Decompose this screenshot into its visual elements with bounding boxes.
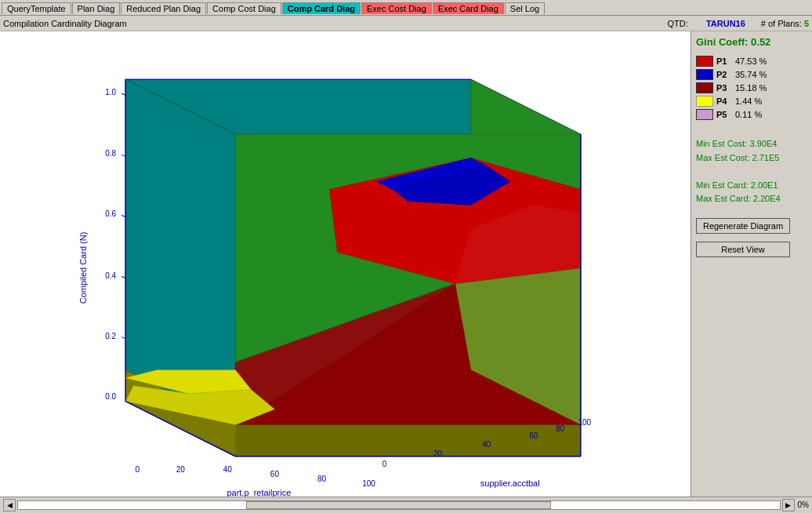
legend-row-p3: P3 15.18 % — [696, 82, 807, 93]
right-panel: Gini Coeff: 0.52 P1 47.53 % P2 35.74 % P… — [691, 31, 812, 497]
svg-text:0.0: 0.0 — [105, 392, 116, 401]
svg-text:0.4: 0.4 — [105, 271, 116, 280]
num-plans-label: # of Plans: — [761, 19, 802, 28]
bottom-bar: ◀ ▶ 0% — [0, 497, 812, 512]
tab-query-template[interactable]: QueryTemplate — [2, 2, 71, 14]
svg-text:0.8: 0.8 — [105, 149, 116, 158]
info-bar: Compilation Cardinality Diagram QTD: TAR… — [0, 16, 812, 31]
stats-section: Min Est Cost: 3.90E4 Max Est Cost: 2.71E… — [696, 137, 807, 206]
legend-table: P1 47.53 % P2 35.74 % P3 15.18 % P4 1.44… — [696, 56, 807, 120]
svg-text:60: 60 — [270, 470, 280, 478]
tab-bar: QueryTemplate Plan Diag Reduced Plan Dia… — [0, 0, 812, 16]
scroll-track[interactable] — [17, 500, 781, 510]
legend-color-p1 — [696, 56, 713, 67]
svg-text:0: 0 — [135, 465, 140, 474]
svg-text:80: 80 — [317, 475, 327, 483]
svg-text:80: 80 — [556, 424, 565, 433]
legend-color-p3 — [696, 82, 713, 93]
svg-text:Compiled Card (N): Compiled Card (N) — [78, 232, 88, 304]
svg-text:0.2: 0.2 — [105, 332, 116, 340]
svg-marker-16 — [235, 425, 580, 457]
qtd-label: QTD: — [668, 19, 688, 28]
svg-text:100: 100 — [362, 479, 375, 488]
tab-exec-card-diag[interactable]: Exec Card Diag — [433, 2, 504, 14]
diagram-title: Compilation Cardinality Diagram — [3, 19, 668, 28]
chart-area: 0.0 0.2 0.4 0.6 0.8 1.0 Compiled Card (N… — [0, 31, 691, 497]
svg-text:40: 40 — [223, 465, 233, 474]
tab-plan-diag[interactable]: Plan Diag — [72, 2, 121, 14]
legend-pct-p2: 35.74 % — [735, 70, 767, 79]
legend-color-p5 — [696, 109, 713, 120]
scroll-right-button[interactable]: ▶ — [782, 499, 795, 511]
svg-text:20: 20 — [433, 449, 443, 458]
gini-coeff: Gini Coeff: 0.52 — [696, 36, 807, 48]
regenerate-button[interactable]: Regenerate Diagram — [696, 218, 790, 234]
legend-color-p2 — [696, 69, 713, 80]
scroll-thumb[interactable] — [246, 501, 551, 509]
legend-label-p3: P3 — [716, 83, 732, 93]
scroll-pct: 0% — [798, 500, 809, 509]
legend-label-p1: P1 — [716, 56, 732, 66]
svg-text:part.p_retailprice: part.p_retailprice — [227, 488, 291, 497]
max-est-cost: Max Est Cost: 2.71E5 — [696, 151, 807, 166]
svg-text:20: 20 — [176, 465, 186, 474]
legend-color-p4 — [696, 96, 713, 107]
svg-text:0.6: 0.6 — [105, 209, 116, 218]
scroll-left-button[interactable]: ◀ — [3, 499, 16, 511]
svg-text:supplier.acctbal: supplier.acctbal — [480, 478, 540, 488]
legend-row-p4: P4 1.44 % — [696, 96, 807, 107]
svg-text:40: 40 — [482, 440, 491, 449]
legend-pct-p1: 47.53 % — [735, 56, 767, 66]
qtd-value: TARUN16 — [706, 19, 745, 28]
max-est-card: Max Est Card: 2.20E4 — [696, 192, 807, 206]
tab-sel-log[interactable]: Sel Log — [505, 2, 545, 14]
legend-pct-p5: 0.11 % — [735, 110, 762, 119]
svg-text:1.0: 1.0 — [105, 88, 116, 96]
legend-row-p1: P1 47.53 % — [696, 56, 807, 67]
legend-pct-p4: 1.44 % — [735, 96, 762, 106]
legend-pct-p3: 15.18 % — [735, 83, 767, 93]
legend-row-p5: P5 0.11 % — [696, 109, 807, 120]
min-est-cost: Min Est Cost: 3.90E4 — [696, 137, 807, 151]
num-plans-value: 5 — [804, 19, 809, 28]
min-est-card: Min Est Card: 2.00E1 — [696, 179, 807, 193]
svg-text:0: 0 — [382, 460, 387, 468]
tab-exec-cost-diag[interactable]: Exec Cost Diag — [361, 2, 432, 14]
svg-text:60: 60 — [529, 431, 538, 440]
legend-label-p4: P4 — [716, 96, 732, 106]
legend-label-p2: P2 — [716, 70, 732, 79]
chart-svg: 0.0 0.2 0.4 0.6 0.8 1.0 Compiled Card (N… — [0, 31, 691, 497]
main-content: 0.0 0.2 0.4 0.6 0.8 1.0 Compiled Card (N… — [0, 31, 812, 497]
tab-comp-card-diag[interactable]: Comp Card Diag — [282, 2, 361, 14]
reset-view-button[interactable]: Reset View — [696, 242, 790, 257]
svg-text:100: 100 — [578, 418, 592, 427]
tab-reduced-plan-diag[interactable]: Reduced Plan Diag — [121, 2, 206, 14]
tab-comp-cost-diag[interactable]: Comp Cost Diag — [207, 2, 281, 14]
legend-row-p2: P2 35.74 % — [696, 69, 807, 80]
legend-label-p5: P5 — [716, 110, 732, 119]
